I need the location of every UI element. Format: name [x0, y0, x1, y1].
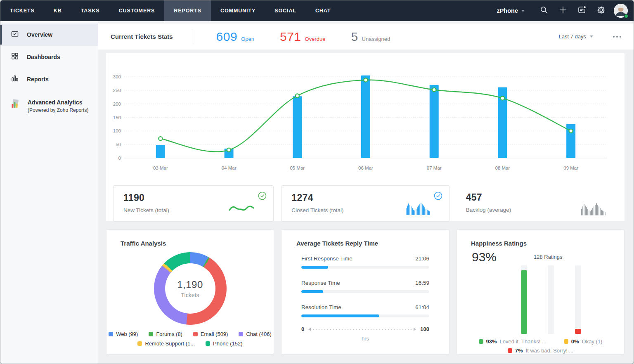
traffic-analysis-card: Traffic Analysis 1,190 Tickets Web (99): [106, 229, 274, 355]
nav-tab-chat[interactable]: CHAT: [306, 0, 340, 21]
more-options-button[interactable]: [612, 33, 622, 40]
legend-item-email[interactable]: Email (509): [193, 331, 228, 337]
hours-scale: 0 100: [282, 326, 449, 332]
search-button[interactable]: [535, 0, 554, 21]
stat-open: 609 Open: [216, 30, 254, 44]
donut-center-label: Tickets: [181, 292, 199, 298]
legend-item-bad[interactable]: 7% It was bad. Sorry! ...: [508, 347, 573, 354]
resolution-value: 61:04: [415, 304, 429, 310]
closed-tickets-card[interactable]: 1274 Closed Tickets (total): [281, 185, 449, 222]
svg-text:06 Mar: 06 Mar: [358, 165, 373, 170]
response-row: Response Time 16:59: [301, 280, 429, 293]
svg-text:04 Mar: 04 Mar: [222, 165, 237, 170]
nav-tab-tasks[interactable]: TASKS: [71, 0, 109, 21]
feedback-button[interactable]: [572, 0, 591, 21]
traffic-donut-chart[interactable]: 1,190 Tickets: [154, 252, 227, 325]
search-icon: [540, 6, 548, 16]
overdue-label: Overdue: [305, 36, 326, 42]
sidebar-item-reports[interactable]: Reports: [0, 68, 98, 90]
sidebar-item-label: Dashboards: [27, 54, 60, 60]
progress-bar: [301, 290, 323, 293]
happiness-bar-bad: [575, 329, 581, 334]
divider: [192, 29, 192, 44]
backlog-stat: 457 Backlog (average): [456, 185, 625, 222]
new-tickets-value: 1190: [123, 192, 263, 203]
department-selector[interactable]: zPhone: [497, 7, 525, 14]
analytics-icon: [11, 99, 20, 111]
sidebar-item-overview[interactable]: Overview: [0, 24, 98, 46]
tickets-trend-chart: 05010015020025030003 Mar04 Mar05 Mar06 M…: [106, 61, 625, 183]
online-status-dot: [624, 14, 629, 19]
legend-item-web[interactable]: Web (99): [109, 331, 138, 337]
open-label: Open: [241, 36, 254, 42]
legend-dot: [109, 332, 113, 336]
traffic-analysis-title: Traffic Analysis: [106, 230, 274, 247]
check-circle-icon: [434, 191, 442, 202]
summary-cards-row: 1190 New Tickets (total): [106, 185, 625, 222]
traffic-legend-row: Remote Support (1... Phone (152): [106, 340, 274, 347]
svg-text:100: 100: [113, 128, 121, 133]
legend-item-remote-support[interactable]: Remote Support (1...: [137, 340, 195, 347]
ratings-count: 128 Ratings: [534, 254, 562, 260]
first-response-row: First Response Time 21:06: [301, 255, 429, 269]
main-content: Current Tickets Stats 609 Open 571 Overd…: [98, 21, 634, 364]
unassigned-count: 5: [351, 30, 358, 44]
reports-icon: [11, 74, 19, 84]
gear-icon: [597, 6, 606, 16]
settings-button[interactable]: [591, 0, 610, 21]
sidebar-item-advanced-analytics[interactable]: Advanced Analytics (Powered by Zoho Repo…: [0, 95, 98, 117]
svg-text:300: 300: [113, 74, 121, 79]
reply-time-card: Average Tickets Reply Time First Respons…: [281, 229, 449, 355]
legend-item-loved[interactable]: 93% Loved it. Thanks! ...: [479, 338, 546, 345]
plus-icon: [559, 6, 567, 16]
user-avatar[interactable]: [614, 4, 628, 18]
happiness-ratings-card: Happiness Ratings 93% 128 Ratings 93%: [457, 229, 625, 355]
add-button[interactable]: [554, 0, 572, 21]
nav-tab-community[interactable]: COMMUNITY: [211, 0, 265, 21]
stat-unassigned: 5 Unassigned: [351, 30, 390, 44]
resolution-row: Resolution Time 61:04: [301, 304, 429, 317]
resolution-label: Resolution Time: [301, 304, 341, 310]
date-range-selector[interactable]: Last 7 days: [559, 33, 594, 40]
happiness-score: 93%: [472, 250, 497, 264]
date-range-label: Last 7 days: [559, 33, 587, 40]
nav-tab-social[interactable]: SOCIAL: [265, 0, 306, 21]
bottom-cards-row: Traffic Analysis 1,190 Tickets Web (99): [106, 229, 625, 355]
legend-item-chat[interactable]: Chat (406): [239, 331, 271, 337]
legend-item-forums[interactable]: Forums (8): [149, 331, 182, 337]
nav-tab-reports[interactable]: REPORTS: [164, 0, 211, 21]
department-label: zPhone: [497, 7, 518, 14]
chevron-down-icon: [590, 35, 593, 38]
legend-dot: [193, 332, 198, 336]
legend-item-phone[interactable]: Phone (152): [206, 340, 243, 347]
sidebar: Overview Dashboards Reports: [0, 21, 98, 364]
svg-text:250: 250: [113, 88, 121, 93]
happiness-bar-loved: [521, 270, 527, 334]
scale-max: 100: [420, 326, 429, 332]
arrow-left-icon: [308, 328, 311, 331]
legend-item-okay[interactable]: 0% Okay (1): [564, 338, 603, 345]
first-response-label: First Response Time: [301, 255, 352, 262]
svg-text:07 Mar: 07 Mar: [427, 165, 442, 170]
check-circle-icon: [258, 191, 267, 202]
donut-center-value: 1,190: [177, 279, 203, 291]
svg-text:150: 150: [113, 115, 121, 120]
topbar-right-controls: zPhone: [497, 0, 634, 21]
bars-sparkline: [581, 203, 606, 215]
legend-dot: [239, 332, 243, 336]
chevron-down-icon: [521, 10, 525, 12]
happiness-title: Happiness Ratings: [457, 230, 624, 247]
svg-text:0: 0: [118, 156, 121, 161]
legend-dot: [564, 339, 568, 344]
nav-tab-kb[interactable]: KB: [44, 0, 71, 21]
svg-text:05 Mar: 05 Mar: [290, 165, 305, 170]
nav-tab-customers[interactable]: CUSTOMERS: [109, 0, 165, 21]
overdue-count: 571: [280, 30, 301, 44]
sidebar-item-label: Reports: [27, 76, 49, 83]
legend-dot: [137, 341, 142, 346]
tickets-trend-panel: 05010015020025030003 Mar04 Mar05 Mar06 M…: [106, 53, 625, 221]
svg-text:09 Mar: 09 Mar: [563, 165, 578, 170]
nav-tab-tickets[interactable]: TICKETS: [0, 0, 44, 21]
new-tickets-card[interactable]: 1190 New Tickets (total): [113, 185, 274, 222]
sidebar-item-dashboards[interactable]: Dashboards: [0, 46, 98, 68]
